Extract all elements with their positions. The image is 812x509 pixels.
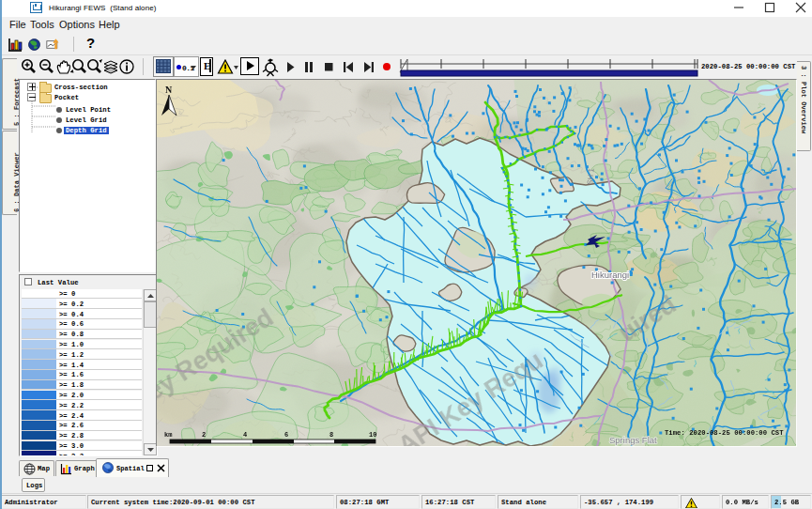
svg-text:6: 6 — [284, 431, 288, 439]
svg-text:N: N — [165, 85, 173, 95]
svg-text:Hikurangi: Hikurangi — [591, 270, 629, 280]
svg-text:SH 1: SH 1 — [586, 167, 596, 185]
svg-text:4: 4 — [243, 431, 247, 439]
svg-text:Time: 2020-08-25 00:00:00 CST: Time: 2020-08-25 00:00:00 CST — [665, 429, 784, 437]
svg-text:km: km — [164, 431, 172, 439]
svg-text:Springs Flat: Springs Flat — [609, 435, 657, 445]
svg-text:10: 10 — [369, 431, 376, 439]
svg-text:8: 8 — [329, 431, 333, 439]
svg-text:2: 2 — [202, 431, 206, 439]
